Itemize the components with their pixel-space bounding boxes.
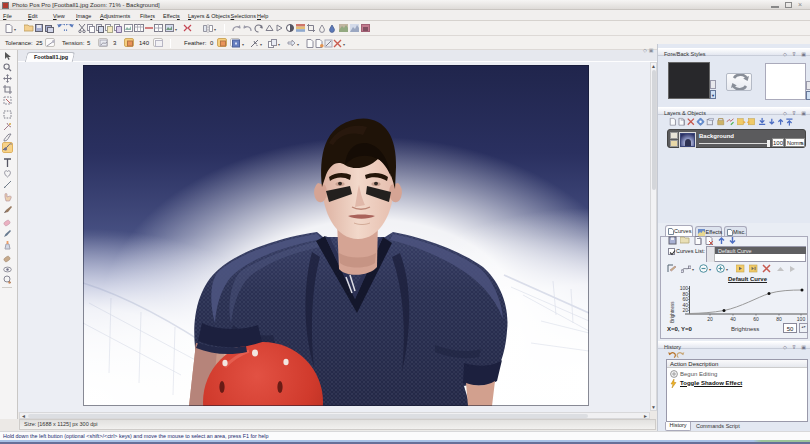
svg-text:40: 40 <box>730 316 736 322</box>
svg-text:60: 60 <box>753 316 759 322</box>
svg-text:100: 100 <box>797 316 806 322</box>
svg-text:80: 80 <box>776 316 782 322</box>
svg-text:20: 20 <box>682 307 688 313</box>
svg-text:20: 20 <box>707 316 713 322</box>
svg-text:Brightness: Brightness <box>670 301 675 323</box>
